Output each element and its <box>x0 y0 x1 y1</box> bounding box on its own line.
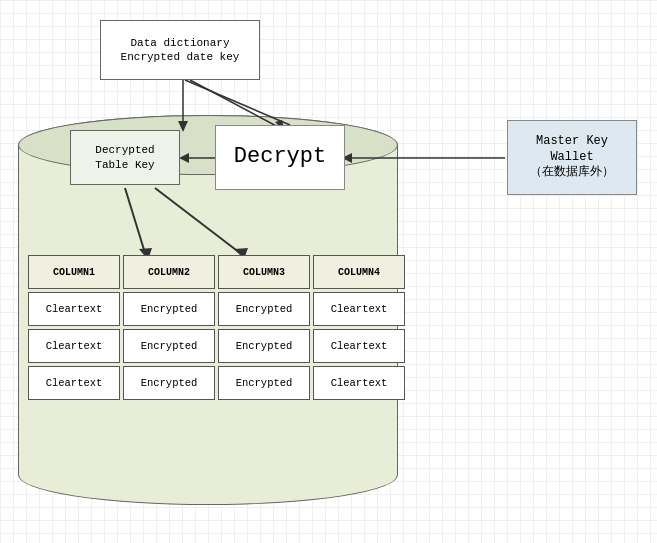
decrypted-table-key-box: Decrypted Table Key <box>70 130 180 185</box>
col2-header: COLUMN2 <box>123 255 215 289</box>
table-row: Cleartext <box>28 292 120 326</box>
data-table: COLUMN1 COLUMN2 COLUMN3 COLUMN4 Cleartex… <box>28 255 405 400</box>
table-row: Cleartext <box>313 329 405 363</box>
col3-header: COLUMN3 <box>218 255 310 289</box>
table-row: Cleartext <box>313 292 405 326</box>
table-row: Encrypted <box>123 329 215 363</box>
table-row: Cleartext <box>28 329 120 363</box>
master-key-label: Master Key Wallet （在数据库外） <box>530 134 614 181</box>
col1-header: COLUMN1 <box>28 255 120 289</box>
data-dict-label: Data dictionary Encrypted date key <box>121 36 240 65</box>
table-row: Cleartext <box>28 366 120 400</box>
table-row: Cleartext <box>313 366 405 400</box>
decrypted-key-label: Decrypted Table Key <box>95 143 154 172</box>
table-row: Encrypted <box>218 292 310 326</box>
table-row: Encrypted <box>218 329 310 363</box>
diagram-canvas: Data dictionary Encrypted date key Decry… <box>0 0 657 543</box>
decrypt-box: Decrypt <box>215 125 345 190</box>
table-row: Encrypted <box>218 366 310 400</box>
table-row: Encrypted <box>123 366 215 400</box>
data-dict-box: Data dictionary Encrypted date key <box>100 20 260 80</box>
col4-header: COLUMN4 <box>313 255 405 289</box>
decrypt-label: Decrypt <box>234 143 326 172</box>
master-key-wallet-box: Master Key Wallet （在数据库外） <box>507 120 637 195</box>
table-row: Encrypted <box>123 292 215 326</box>
